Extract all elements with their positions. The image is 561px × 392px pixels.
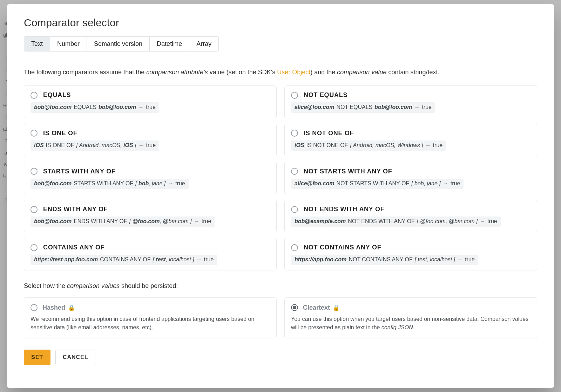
comparator-title: EQUALS xyxy=(43,91,71,99)
comparator-title: STARTS WITH ANY OF xyxy=(43,168,116,175)
comparator-option-contains-any-of[interactable]: CONTAINS ANY OFhttps://test-app.foo.com … xyxy=(24,238,277,270)
persist-options-grid: Hashed🔒We recommend using this option in… xyxy=(24,297,537,338)
tab-array[interactable]: Array xyxy=(189,36,219,51)
persist-title: Cleartext🔓 xyxy=(303,304,340,311)
tab-number[interactable]: Number xyxy=(50,36,87,51)
tab-datetime[interactable]: Datetime xyxy=(149,36,189,51)
persist-description: We recommend using this option in case o… xyxy=(31,315,269,332)
radio-icon[interactable] xyxy=(291,206,298,213)
example-chip: https://test-app.foo.com CONTAINS ANY OF… xyxy=(31,255,217,265)
comparator-title: NOT STARTS WITH ANY OF xyxy=(304,168,392,175)
comparator-option-ends-with-any-of[interactable]: ENDS WITH ANY OFbob@foo.com ENDS WITH AN… xyxy=(24,200,277,232)
example-chip: bob@foo.com EQUALS bob@foo.com → true xyxy=(31,102,159,113)
intro-text: The following comparators assume that th… xyxy=(24,68,537,77)
radio-icon[interactable] xyxy=(291,130,298,137)
comparator-option-not-equals[interactable]: NOT EQUALSalice@foo.com NOT EQUALS bob@f… xyxy=(284,85,537,118)
example-chip: alice@foo.com NOT EQUALS bob@foo.com → t… xyxy=(291,102,435,113)
example-chip: https://app.foo.com NOT CONTAINS ANY OF … xyxy=(291,255,478,265)
radio-icon[interactable] xyxy=(291,92,298,99)
user-object-link[interactable]: User Object xyxy=(277,69,310,76)
comparator-title: NOT CONTAINS ANY OF xyxy=(304,244,381,251)
comparator-options-grid: EQUALSbob@foo.com EQUALS bob@foo.com → t… xyxy=(24,85,537,270)
persist-option-hashed[interactable]: Hashed🔒We recommend using this option in… xyxy=(24,297,277,338)
radio-icon[interactable] xyxy=(31,244,38,251)
comparator-option-is-not-one-of[interactable]: IS NOT ONE OFiOS IS NOT ONE OF [ Android… xyxy=(284,124,537,156)
comparator-option-not-starts-with-any-of[interactable]: NOT STARTS WITH ANY OFalice@foo.com NOT … xyxy=(284,162,537,194)
persist-section-label: Select how the comparison values should … xyxy=(24,282,537,290)
example-chip: alice@foo.com NOT STARTS WITH ANY OF [ b… xyxy=(291,179,464,189)
radio-icon[interactable] xyxy=(31,168,38,175)
tab-semver[interactable]: Semantic version xyxy=(87,36,150,51)
example-chip: iOS IS NOT ONE OF [ Android, macOS, Wind… xyxy=(291,140,446,151)
comparator-title: ENDS WITH ANY OF xyxy=(43,206,108,213)
dialog-title: Comparator selector xyxy=(24,17,537,29)
lock-icon: 🔒 xyxy=(68,304,75,311)
comparator-option-not-contains-any-of[interactable]: NOT CONTAINS ANY OFhttps://app.foo.com N… xyxy=(284,238,537,270)
comparator-option-not-ends-with-any-of[interactable]: NOT ENDS WITH ANY OFbob@example.com NOT … xyxy=(284,200,537,232)
example-chip: bob@example.com NOT ENDS WITH ANY OF [ @… xyxy=(291,216,501,227)
radio-icon[interactable] xyxy=(31,92,38,99)
radio-icon[interactable] xyxy=(31,304,38,311)
comparator-selector-dialog: Comparator selector TextNumberSemantic v… xyxy=(7,4,554,388)
unlock-icon: 🔓 xyxy=(333,304,340,311)
persist-description: You can use this option when you target … xyxy=(291,315,530,332)
radio-icon[interactable] xyxy=(31,130,38,137)
set-button[interactable]: SET xyxy=(24,350,50,365)
comparator-title: NOT ENDS WITH ANY OF xyxy=(304,206,384,213)
comparator-title: NOT EQUALS xyxy=(304,91,347,99)
type-tabs: TextNumberSemantic versionDatetimeArray xyxy=(24,36,537,51)
comparator-title: IS NOT ONE OF xyxy=(304,130,354,137)
cancel-button[interactable]: CANCEL xyxy=(55,350,95,365)
tab-text[interactable]: Text xyxy=(24,36,50,51)
radio-icon[interactable] xyxy=(291,244,298,251)
example-chip: iOS IS ONE OF [ Android, macOS, iOS ] → … xyxy=(31,140,159,151)
radio-icon[interactable] xyxy=(31,206,38,213)
comparator-title: IS ONE OF xyxy=(43,130,77,137)
example-chip: bob@foo.com STARTS WITH ANY OF [ bob, ja… xyxy=(31,179,189,189)
persist-option-cleartext[interactable]: Cleartext🔓You can use this option when y… xyxy=(284,297,537,338)
radio-icon[interactable] xyxy=(291,168,298,175)
comparator-title: CONTAINS ANY OF xyxy=(43,244,104,251)
example-chip: bob@foo.com ENDS WITH ANY OF [ @foo.com,… xyxy=(31,216,215,227)
comparator-option-starts-with-any-of[interactable]: STARTS WITH ANY OFbob@foo.com STARTS WIT… xyxy=(24,162,277,194)
comparator-option-is-one-of[interactable]: IS ONE OFiOS IS ONE OF [ Android, macOS,… xyxy=(24,124,277,156)
persist-title: Hashed🔒 xyxy=(42,304,75,311)
comparator-option-equals[interactable]: EQUALSbob@foo.com EQUALS bob@foo.com → t… xyxy=(24,85,277,118)
radio-icon[interactable] xyxy=(291,304,298,311)
